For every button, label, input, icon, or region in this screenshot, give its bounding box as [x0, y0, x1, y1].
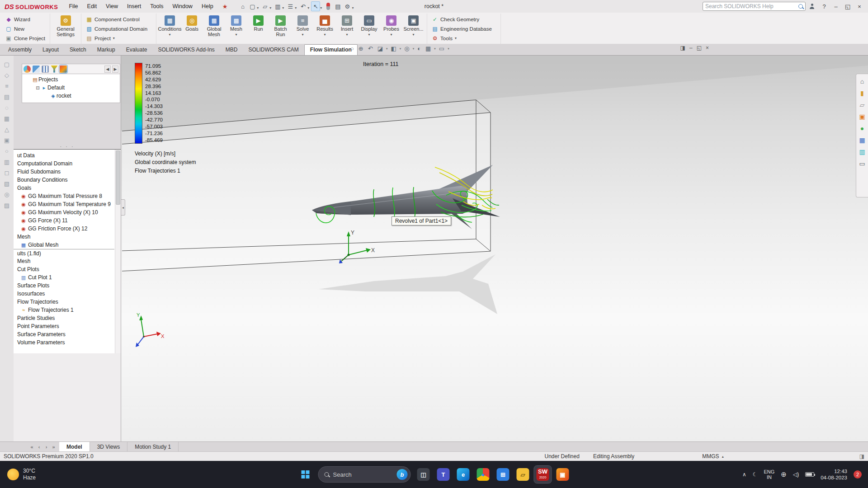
close-button[interactable]: × — [854, 1, 865, 12]
chrome-icon[interactable]: ● — [475, 466, 492, 483]
tree-item[interactable]: ◉ GG Friction Force (X) 12 — [14, 225, 114, 233]
display-caret-icon[interactable]: ▾ — [400, 47, 401, 51]
doc-restore-icon[interactable]: ◱ — [697, 45, 702, 51]
menu-item[interactable]: Edit — [83, 0, 102, 13]
custom-properties-icon[interactable]: ▥ — [859, 148, 865, 155]
menu-item[interactable]: File — [64, 0, 82, 13]
left-toolbar-icon[interactable]: ▤ — [4, 94, 9, 100]
hide-show-caret-icon[interactable]: ▾ — [413, 47, 415, 51]
open-caret-icon[interactable]: ▾ — [269, 6, 271, 10]
section-caret-icon[interactable]: ▾ — [386, 47, 388, 51]
edit-appearance-icon[interactable]: ◐ — [416, 44, 422, 53]
view-settings-icon[interactable]: ▭ — [438, 44, 446, 53]
tab-scroll-arrow-icon[interactable]: ‹ — [36, 444, 42, 450]
ribbon-button[interactable]: ▧ Computational Domain ▾ — [84, 24, 153, 33]
edrawings-icon[interactable]: ▣ — [554, 466, 571, 483]
options-caret-icon[interactable]: ▾ — [352, 6, 354, 10]
file-explorer-icon[interactable]: ▱ — [514, 466, 532, 483]
ribbon-big-button[interactable]: ◎ Goals ▾ — [181, 14, 203, 43]
tree-item[interactable]: ◈ rocket — [22, 92, 120, 100]
search-icon[interactable] — [798, 4, 803, 9]
print-caret-icon[interactable]: ▾ — [295, 6, 297, 10]
network-globe-icon[interactable]: ⊕ — [781, 470, 787, 479]
menu-item[interactable]: Insert — [123, 0, 146, 13]
input-data-tab-icon[interactable] — [33, 66, 40, 73]
ribbon-big-button[interactable]: ▣ Screen... ▾ — [403, 14, 424, 43]
print-icon[interactable]: ☰ — [286, 1, 295, 11]
tree-item[interactable]: ◉ GG Maximum Velocity (X) 10 — [14, 208, 114, 216]
save-icon[interactable]: ▥ — [273, 1, 282, 11]
new-caret-icon[interactable]: ▾ — [257, 6, 259, 10]
tree-item[interactable]: Boundary Conditions — [14, 176, 114, 184]
rebuild-indicator-icon[interactable] — [326, 3, 330, 10]
hidden-icons-chevron[interactable]: ∧ — [742, 471, 746, 478]
bottom-tab[interactable]: Model — [59, 442, 90, 451]
chart-tab-icon[interactable] — [42, 66, 49, 73]
user-account-icon[interactable] — [809, 4, 815, 9]
file-properties-icon[interactable]: ▤ — [333, 1, 342, 11]
tree-item[interactable]: Cut Plots — [14, 265, 114, 273]
units-selector[interactable]: MMGS ▴ — [702, 453, 723, 460]
restore-button[interactable]: ◱ — [842, 1, 854, 12]
tree-item[interactable]: ◉ GG Force (X) 11 — [14, 216, 114, 225]
ribbon-big-button[interactable]: ▭ Display ▾ — [359, 14, 380, 43]
help-search-box[interactable] — [703, 2, 806, 11]
zoom-fit-icon[interactable]: ○ — [349, 44, 355, 53]
general-settings-button[interactable]: ⚙ General Settings — [53, 14, 78, 43]
store-icon[interactable]: ⊞ — [495, 466, 512, 483]
tree-scrollbar-thumb[interactable] — [116, 150, 120, 205]
ribbon-button[interactable]: ▤ Engineering Database ▾ — [430, 24, 498, 33]
left-toolbar-icon[interactable]: ▧ — [4, 180, 9, 187]
flow-simulation-tab-icon[interactable] — [60, 66, 67, 73]
task-view-icon[interactable]: ◫ — [415, 466, 432, 483]
start-button[interactable] — [297, 466, 314, 483]
ribbon-button[interactable]: ⚙ Tools ▾ — [430, 34, 498, 42]
minimize-button[interactable]: – — [830, 1, 842, 12]
pane-toggle-icon[interactable]: ◨ — [680, 45, 685, 51]
left-toolbar-icon[interactable]: ◇ — [5, 72, 9, 79]
ribbon-big-button[interactable]: ▦ Global Mesh ▾ — [203, 14, 225, 43]
tab-scroll-arrow-icon[interactable]: › — [43, 444, 49, 450]
apply-scene-icon[interactable]: ▦ — [424, 44, 432, 53]
previous-view-icon[interactable]: ↶ — [367, 44, 374, 53]
left-toolbar-icon[interactable]: ▥ — [4, 159, 9, 165]
left-toolbar-icon[interactable]: ▨ — [4, 202, 9, 209]
select-cursor-icon[interactable]: ↖ — [311, 1, 320, 11]
open-icon[interactable]: ▱ — [260, 1, 269, 11]
ribbon-big-button[interactable]: ▶ Run ▾ — [248, 14, 269, 43]
command-tab[interactable]: Evaluate — [121, 45, 153, 55]
command-tab[interactable]: Sketch — [64, 45, 92, 55]
status-pane-icon[interactable]: ◨ — [859, 453, 864, 460]
menu-item[interactable]: Window — [168, 0, 197, 13]
home-icon[interactable]: ⌂ — [238, 1, 247, 11]
tree-item[interactable]: ≈ Flow Trajectories 1 — [14, 306, 114, 314]
command-tab[interactable]: MBD — [220, 45, 243, 55]
tree-item[interactable]: ▥ Cut Plot 1 — [14, 273, 114, 282]
edge-icon[interactable]: e — [455, 466, 472, 483]
tree-item[interactable]: Surface Plots — [14, 282, 114, 290]
solidworks-icon[interactable]: SW 2020 — [534, 466, 552, 483]
left-toolbar-icon[interactable]: ▣ — [4, 137, 9, 144]
left-toolbar-icon[interactable]: ▢ — [4, 61, 9, 68]
undo-caret-icon[interactable]: ▾ — [307, 6, 309, 10]
ribbon-big-button[interactable]: ▅ Results ▾ — [314, 14, 335, 43]
clock[interactable]: 12:43 04-08-2023 — [821, 468, 847, 481]
tree-scrollbar[interactable] — [115, 150, 121, 353]
ribbon-button[interactable]: ▣ Clone Project — [4, 34, 47, 42]
view-palette-icon[interactable]: ▣ — [859, 113, 865, 120]
left-toolbar-icon[interactable]: ≡ — [5, 83, 9, 89]
scroll-left-icon[interactable]: ◀ — [104, 66, 111, 73]
new-document-icon[interactable]: ▢ — [248, 1, 257, 11]
tree-item[interactable]: ut Data — [14, 151, 114, 160]
ribbon-button[interactable]: ◆ Wizard — [4, 15, 47, 23]
ribbon-button[interactable]: ✓ Check Geometry ▾ — [430, 15, 498, 23]
focus-assist-icon[interactable]: ☾ — [753, 471, 758, 478]
ribbon-big-button[interactable]: ⊞ Insert ▾ — [336, 14, 358, 43]
left-toolbar-icon[interactable]: ◎ — [4, 191, 9, 198]
tree-item[interactable]: Computational Domain — [14, 160, 114, 168]
file-explorer-icon[interactable]: ▱ — [860, 101, 865, 108]
left-toolbar-icon[interactable]: ○ — [5, 148, 9, 155]
scenes-icon[interactable]: ▦ — [859, 136, 865, 144]
doc-close-icon[interactable]: × — [706, 45, 709, 51]
tree-item[interactable]: ◉ GG Maximum Total Temperature 9 — [14, 200, 114, 208]
